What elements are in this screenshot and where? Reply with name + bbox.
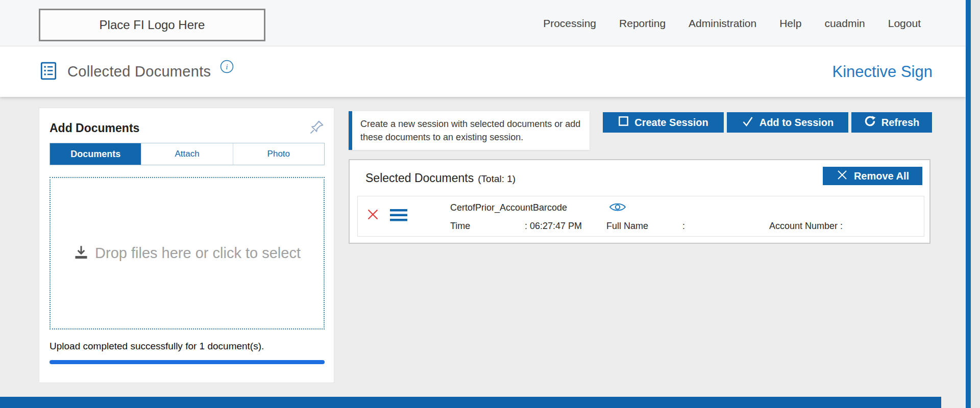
refresh-icon — [864, 115, 876, 130]
x-icon — [836, 169, 848, 184]
tab-documents[interactable]: Documents — [50, 143, 141, 165]
brand-kinective-sign: Kinective Sign — [832, 46, 933, 97]
file-dropzone[interactable]: Drop files here or click to select — [50, 177, 325, 329]
remove-all-button[interactable]: Remove All — [823, 167, 922, 185]
main-content: Add Documents Documents Attach Photo — [0, 97, 966, 408]
svg-text:i: i — [226, 62, 228, 71]
time-value: : 06:27:47 PM — [525, 221, 582, 232]
info-icon[interactable]: i — [220, 60, 234, 75]
page-title: Collected Documents — [67, 63, 211, 80]
fi-logo-text: Place FI Logo Here — [100, 18, 205, 32]
download-icon — [74, 245, 89, 262]
top-nav: Processing Reporting Administration Help… — [543, 0, 921, 46]
nav-logout[interactable]: Logout — [888, 17, 921, 30]
account-number-label: Account Number : — [769, 221, 843, 232]
add-documents-title: Add Documents — [50, 121, 139, 135]
add-documents-card: Add Documents Documents Attach Photo — [39, 108, 334, 383]
page-title-group: Collected Documents i — [39, 46, 234, 97]
check-icon — [742, 115, 754, 130]
footer-bar — [0, 397, 941, 408]
sub-header: Collected Documents i Kinective Sign — [0, 46, 966, 97]
document-name: CertofPrior_AccountBarcode — [450, 202, 567, 213]
dropzone-text: Drop files here or click to select — [95, 245, 301, 262]
session-note-text: Create a new session with selected docum… — [360, 119, 580, 142]
create-session-label: Create Session — [634, 117, 708, 129]
tab-photo[interactable]: Photo — [233, 143, 324, 165]
square-icon — [618, 116, 629, 129]
add-to-session-button[interactable]: Add to Session — [727, 112, 848, 133]
nav-help[interactable]: Help — [779, 17, 801, 30]
session-actions: Create Session Add to Session Refresh — [603, 112, 932, 133]
delete-document-icon[interactable] — [366, 208, 380, 223]
session-note: Create a new session with selected docum… — [349, 111, 590, 150]
nav-user-cuadmin[interactable]: cuadmin — [824, 17, 865, 30]
fi-logo-placeholder: Place FI Logo Here — [39, 9, 265, 41]
selected-documents-total: (Total: 1) — [478, 173, 516, 185]
create-session-button[interactable]: Create Session — [603, 112, 724, 133]
nav-reporting[interactable]: Reporting — [619, 17, 666, 30]
add-documents-tabs: Documents Attach Photo — [50, 143, 325, 165]
full-name-label: Full Name — [606, 221, 648, 232]
collected-documents-icon — [39, 61, 58, 83]
vertical-scrollbar[interactable] — [966, 0, 971, 408]
preview-eye-icon[interactable] — [609, 201, 626, 215]
document-row: CertofPrior_AccountBarcode Time : 06:27:… — [357, 196, 924, 237]
upload-progress-bar — [50, 360, 325, 364]
top-bar: Place FI Logo Here Processing Reporting … — [0, 0, 966, 46]
nav-processing[interactable]: Processing — [543, 17, 596, 30]
selected-documents-panel: Selected Documents (Total: 1) Remove All — [349, 159, 930, 244]
nav-administration[interactable]: Administration — [689, 17, 756, 30]
refresh-button[interactable]: Refresh — [851, 112, 932, 133]
upload-status-text: Upload completed successfully for 1 docu… — [50, 341, 264, 352]
drag-handle-icon[interactable] — [390, 209, 407, 224]
remove-all-label: Remove All — [854, 170, 909, 182]
add-to-session-label: Add to Session — [760, 117, 834, 129]
full-name-value: : — [682, 221, 685, 232]
app-window: Place FI Logo Here Processing Reporting … — [0, 0, 966, 408]
time-label: Time — [450, 221, 470, 232]
tab-attach[interactable]: Attach — [141, 143, 232, 165]
selected-documents-title: Selected Documents — [365, 171, 474, 185]
selected-documents-header: Selected Documents (Total: 1) — [365, 171, 516, 185]
pin-icon[interactable] — [309, 119, 325, 137]
refresh-label: Refresh — [881, 117, 919, 129]
